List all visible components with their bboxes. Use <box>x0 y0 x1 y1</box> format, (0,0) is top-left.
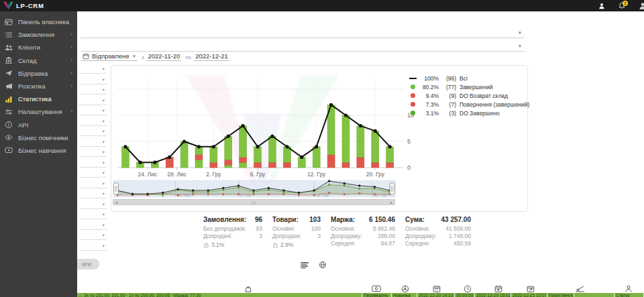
bag-icon[interactable] <box>244 285 253 293</box>
navigator-scrollbar[interactable]: ◄ ||| ► <box>113 199 395 205</box>
shipment-type-select[interactable]: Відправлене ▼ <box>81 52 138 61</box>
orders-icon <box>5 31 14 39</box>
sidebar-item-label: Налаштування <box>18 108 62 115</box>
legend-pct: 100% <box>419 75 439 82</box>
sidebar-item-helpers[interactable]: Бізнес помічники <box>0 131 77 144</box>
sidebar-item-label: Бізнес навчання <box>18 147 66 154</box>
stat-subrow: Допродажу:288.00 <box>331 233 395 240</box>
sidebar-item-training[interactable]: Бізнес навчання <box>0 144 77 157</box>
date-from-input[interactable]: 2022-11-20 <box>147 52 182 61</box>
sidebar-item-mailing[interactable]: Розсилка› <box>0 80 77 93</box>
left-filter-select-12[interactable]: ▼ <box>79 180 107 188</box>
filter-select-1[interactable]: ▼ <box>80 29 525 38</box>
shipping-icon <box>5 69 14 77</box>
wheel-icon[interactable] <box>401 285 410 293</box>
left-filter-select-14[interactable]: ▼ <box>79 201 107 209</box>
legend-entry[interactable]: 7.3%(7)Повернення (завершений) <box>409 100 529 109</box>
summary-stats: Замовлення:96Без допродажів:93Допродані:… <box>203 216 471 248</box>
legend-count: (96) <box>440 75 456 82</box>
scroll-left-icon[interactable]: ◄ <box>115 200 118 205</box>
lp-crm-logo[interactable]: LP-CRM <box>0 1 44 10</box>
svg-text:28. Лис: 28. Лис <box>167 171 187 178</box>
stat-title-row: Маржа:6 150.46 <box>331 216 395 223</box>
sidebar-item-orders[interactable]: Замовлення› <box>0 28 77 41</box>
sidebar-item-clients[interactable]: Клієнти› <box>0 41 77 54</box>
orders-status-chart[interactable]: 051024. Лис28. Лис2. Гру6. Гру12. Гру20.… <box>113 67 422 181</box>
legend-entry[interactable]: 80.2%(77)Завершений <box>409 82 529 91</box>
stat-subrow: Основні:100 <box>272 225 321 233</box>
scroll-right-icon[interactable]: ► <box>390 200 393 205</box>
chart-range-navigator[interactable]: 28. Лис5. Гру12. Гру19. Гру <box>113 180 396 198</box>
left-filter-select-7[interactable]: ▼ <box>79 128 107 136</box>
legend-entry[interactable]: 9.4%(9)DO Возврат склад <box>409 91 529 100</box>
left-filter-select-4[interactable]: ▼ <box>79 97 107 105</box>
bar-rows-view-icon[interactable] <box>299 260 310 270</box>
stat-subrow: Допродані:3 <box>272 233 321 240</box>
person-icon[interactable] <box>625 285 633 293</box>
sidebar-item-shipping[interactable]: Відправка› <box>0 67 77 80</box>
to-label: по <box>185 54 191 60</box>
left-filter-select-8[interactable]: ▼ <box>79 139 107 147</box>
avatar-icon[interactable] <box>639 1 644 11</box>
svg-text:6. Гру: 6. Гру <box>250 171 266 178</box>
upsell-percent-badge: 3.1% <box>203 241 262 248</box>
sidebar-item-settings[interactable]: Налаштування› <box>0 105 77 118</box>
calendar-check-icon[interactable] <box>494 285 503 293</box>
table-cell: Статус <box>614 293 644 297</box>
svg-text:5: 5 <box>407 138 411 145</box>
api-icon <box>5 121 14 129</box>
stat-subrow: Основна:41 509.00 <box>405 225 471 233</box>
chevron-down-icon: ▼ <box>102 233 105 237</box>
date-to-input[interactable]: 2022-12-21 <box>194 52 229 61</box>
left-filter-select-5[interactable]: ▼ <box>79 107 107 115</box>
user-icon[interactable] <box>598 1 605 11</box>
banknote-icon[interactable] <box>372 285 380 293</box>
left-filter-select-9[interactable]: ▼ <box>79 149 107 157</box>
sidebar-menu: Панель власникаЗамовлення›Клієнти›Склад›… <box>0 11 77 297</box>
chevron-down-icon: ▼ <box>102 109 105 113</box>
left-filter-select-10[interactable]: ▼ <box>79 160 107 168</box>
left-filter-select-1[interactable]: ▼ <box>79 66 107 74</box>
sidebar-item-api[interactable]: API <box>0 119 77 131</box>
legend-count: (3) <box>440 110 456 117</box>
table-row[interactable]: … 3x по 231.00, 231.00 · 1x по 200.00, 2… <box>77 293 644 297</box>
legend-pct: 80.2% <box>419 84 439 91</box>
left-filter-select-17[interactable]: ▼ <box>79 232 107 240</box>
shipment-type-label: Відправлене <box>92 52 129 60</box>
svg-text:17: 17 <box>435 288 439 292</box>
calendar-date-icon[interactable]: 17 <box>433 285 441 293</box>
left-filter-select-2[interactable]: ▼ <box>79 76 107 84</box>
stat-title-row: Сума:43 257.00 <box>405 216 471 223</box>
scroll-grip-icon[interactable]: ||| <box>252 200 256 205</box>
filter-select-2[interactable]: ▼ <box>80 43 525 52</box>
dot-swatch-icon <box>409 84 417 89</box>
left-filter-select-18[interactable]: ▼ <box>79 243 107 251</box>
bell-icon[interactable]: 1 <box>619 1 625 11</box>
legend-count: (7) <box>440 101 456 108</box>
chevron-right-icon: › <box>70 44 72 50</box>
left-filter-select-13[interactable]: ▼ <box>79 190 107 198</box>
legend-label: DO Возврат склад <box>460 93 508 99</box>
left-filter-select-16[interactable]: ▼ <box>79 222 107 230</box>
legend-pct: 3.1% <box>419 110 439 117</box>
sidebar-item-stats[interactable]: Статистика <box>0 93 77 105</box>
table-cell <box>574 293 614 297</box>
stat-title: Товари: <box>272 216 299 223</box>
sidebar-item-label: API <box>18 121 28 129</box>
calendar-icon <box>83 53 89 60</box>
left-filter-select-11[interactable]: ▼ <box>79 170 107 178</box>
chart-lines-icon[interactable] <box>576 285 584 293</box>
sidebar-item-warehouse[interactable]: Склад› <box>0 54 77 67</box>
clock-icon[interactable] <box>464 285 472 293</box>
stat-group: Замовлення:96Без допродажів:93Допродані:… <box>203 216 262 248</box>
sidebar-item-dashboard[interactable]: Панель власника <box>0 15 77 28</box>
legend-entry[interactable]: 3.1%(3)DO Завершено <box>409 109 529 117</box>
left-filter-select-15[interactable]: ▼ <box>79 211 107 219</box>
left-filter-select-3[interactable]: ▼ <box>79 86 107 95</box>
calendar-arrow-icon[interactable] <box>527 285 535 293</box>
chevron-down-icon: ▼ <box>102 88 105 92</box>
left-filter-select-6[interactable]: ▼ <box>79 118 107 126</box>
brand-name: LP-CRM <box>16 2 44 9</box>
globe-view-icon[interactable] <box>317 260 328 270</box>
legend-entry[interactable]: 100%(96)Всі <box>409 74 529 82</box>
